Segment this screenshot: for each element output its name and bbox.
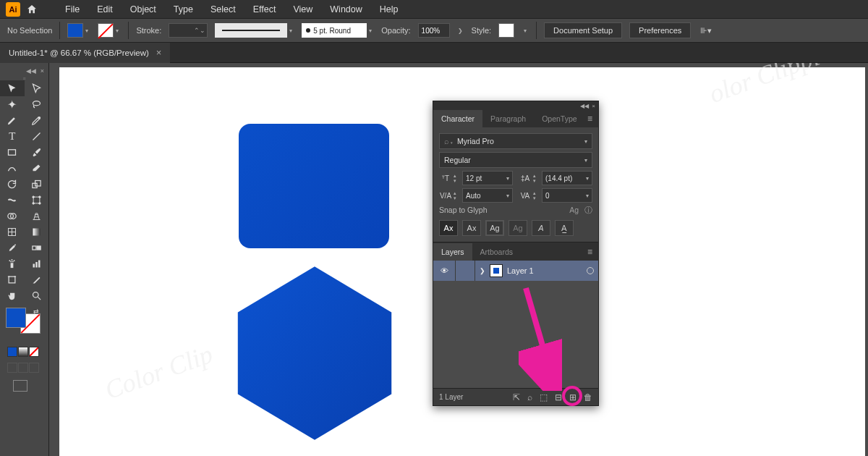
- preferences-button[interactable]: Preferences: [629, 22, 691, 38]
- rectangle-tool[interactable]: [0, 144, 25, 160]
- color-mode-gradient[interactable]: [18, 347, 28, 357]
- brush-select[interactable]: 5 pt. Round: [302, 23, 367, 38]
- layer-target-icon[interactable]: [587, 267, 594, 274]
- draw-normal[interactable]: [7, 363, 17, 373]
- menu-help[interactable]: Help: [373, 1, 406, 17]
- fill-swatch[interactable]: [67, 23, 83, 38]
- rotate-tool[interactable]: [0, 176, 25, 192]
- draw-behind[interactable]: [18, 363, 28, 373]
- stroke-weight-input[interactable]: ⌃⌄: [169, 23, 208, 38]
- layer-export-icon[interactable]: ⇱: [513, 392, 520, 402]
- align-icon[interactable]: ⊪▾: [698, 22, 714, 38]
- panel-menu-icon[interactable]: ≡: [587, 114, 598, 124]
- snap-glyph-icon[interactable]: Ag: [569, 206, 579, 216]
- shaper-tool[interactable]: [0, 160, 25, 176]
- screen-mode[interactable]: [3, 380, 46, 392]
- symbol-sprayer-tool[interactable]: [0, 256, 25, 271]
- tools-collapse-icon[interactable]: ◀◀: [26, 67, 36, 75]
- direct-selection-tool[interactable]: [25, 80, 49, 96]
- glyph-btn-2[interactable]: Ax: [462, 220, 481, 236]
- tab-artboards[interactable]: Artboards: [472, 243, 522, 261]
- swap-colors-icon[interactable]: ⇄: [33, 308, 39, 315]
- layer-locate-icon[interactable]: ⌕: [527, 392, 532, 402]
- tab-close-icon[interactable]: ×: [156, 47, 162, 58]
- style-swatch[interactable]: [498, 23, 514, 38]
- artboard-tool[interactable]: [0, 271, 25, 287]
- blend-tool[interactable]: [25, 240, 49, 256]
- eraser-tool[interactable]: [25, 160, 49, 176]
- glyph-btn-4[interactable]: Ag: [509, 220, 527, 236]
- menu-edit[interactable]: Edit: [90, 1, 120, 17]
- font-size-control[interactable]: ᵀT ▴▾ 12 pt▾: [439, 171, 513, 185]
- menu-file[interactable]: File: [58, 1, 87, 17]
- panel-close-icon[interactable]: ×: [592, 103, 595, 109]
- stroke-swatch[interactable]: [98, 23, 114, 38]
- color-mode-none[interactable]: [29, 347, 39, 357]
- selection-tool[interactable]: [0, 80, 25, 96]
- layer-name[interactable]: Layer 1: [507, 266, 534, 275]
- gradient-tool[interactable]: [25, 224, 49, 240]
- opacity-input[interactable]: 100%: [418, 23, 450, 38]
- tab-character[interactable]: Character: [433, 110, 482, 127]
- document-setup-button[interactable]: Document Setup: [544, 22, 622, 38]
- panel-collapse-icon[interactable]: ◀◀: [580, 103, 589, 109]
- graph-tool[interactable]: [25, 256, 49, 271]
- menu-type[interactable]: Type: [166, 1, 200, 17]
- glyph-btn-3[interactable]: Ag: [485, 220, 504, 236]
- slice-tool[interactable]: [25, 271, 49, 287]
- eyedropper-tool[interactable]: [0, 240, 25, 256]
- glyph-btn-6[interactable]: A̲: [555, 220, 574, 236]
- width-tool[interactable]: [0, 192, 25, 208]
- fill-stroke-swatches[interactable]: ⇄: [6, 308, 41, 334]
- fill-dropdown[interactable]: ▾: [83, 23, 90, 38]
- snap-info-icon[interactable]: ⓘ: [584, 206, 592, 216]
- home-button[interactable]: [25, 2, 39, 17]
- layer-sublayer-icon[interactable]: ⊟: [555, 392, 562, 402]
- glyph-btn-1[interactable]: Ax: [439, 220, 458, 236]
- stroke-dropdown[interactable]: ▾: [114, 23, 121, 38]
- tab-paragraph[interactable]: Paragraph: [482, 110, 534, 127]
- free-transform-tool[interactable]: [25, 192, 49, 208]
- type-tool[interactable]: T: [0, 128, 25, 144]
- new-layer-icon[interactable]: ⊞: [569, 392, 576, 402]
- hand-tool[interactable]: [0, 287, 25, 303]
- curvature-tool[interactable]: [25, 112, 49, 128]
- zoom-tool[interactable]: [25, 287, 49, 303]
- font-style-select[interactable]: Regular ▾: [439, 152, 592, 168]
- menu-effect[interactable]: Effect: [246, 1, 284, 17]
- color-mode-solid[interactable]: [7, 347, 17, 357]
- menu-select[interactable]: Select: [203, 1, 243, 17]
- lasso-tool[interactable]: [25, 96, 49, 112]
- glyph-btn-5[interactable]: A: [532, 220, 550, 236]
- tracking-control[interactable]: VA ▴▾ 0▾: [519, 188, 592, 203]
- hexagon-shape[interactable]: [233, 263, 396, 444]
- visibility-icon[interactable]: 👁: [438, 266, 451, 275]
- mesh-tool[interactable]: [0, 224, 25, 240]
- scale-tool[interactable]: [25, 176, 49, 192]
- rectangle-shape[interactable]: [239, 124, 389, 248]
- delete-layer-icon[interactable]: 🗑: [584, 392, 592, 402]
- pen-tool[interactable]: [0, 112, 25, 128]
- tools-close-icon[interactable]: ×: [41, 67, 44, 75]
- draw-inside[interactable]: [29, 363, 39, 373]
- layers-menu-icon[interactable]: ≡: [587, 247, 598, 257]
- perspective-tool[interactable]: [25, 208, 49, 224]
- menu-object[interactable]: Object: [123, 1, 163, 17]
- shape-builder-tool[interactable]: [0, 208, 25, 224]
- stroke-profile[interactable]: [215, 23, 287, 38]
- menu-window[interactable]: Window: [323, 1, 369, 17]
- tab-opentype[interactable]: OpenType: [534, 110, 584, 127]
- expand-layer-icon[interactable]: ❯: [480, 267, 485, 274]
- leading-control[interactable]: ‡A ▴▾ (14.4 pt)▾: [519, 171, 592, 185]
- font-family-select[interactable]: ⌕▾ Myriad Pro ▾: [439, 133, 592, 149]
- kerning-control[interactable]: V/A ▴▾ Auto▾: [439, 188, 513, 203]
- canvas-area[interactable]: Color Clip olor Clippi ◀◀ × Character Pa…: [49, 63, 868, 456]
- magic-wand-tool[interactable]: ✦: [0, 96, 25, 112]
- style-dropdown[interactable]: ▾: [522, 23, 529, 38]
- document-tab[interactable]: Untitled-1* @ 66.67 % (RGB/Preview) ×: [0, 43, 170, 63]
- opacity-dropdown[interactable]: ❯: [457, 23, 464, 38]
- line-tool[interactable]: [25, 128, 49, 144]
- layer-row[interactable]: 👁 ❯ Layer 1: [433, 261, 598, 281]
- paintbrush-tool[interactable]: [25, 144, 49, 160]
- layer-clip-icon[interactable]: ⬚: [540, 392, 548, 402]
